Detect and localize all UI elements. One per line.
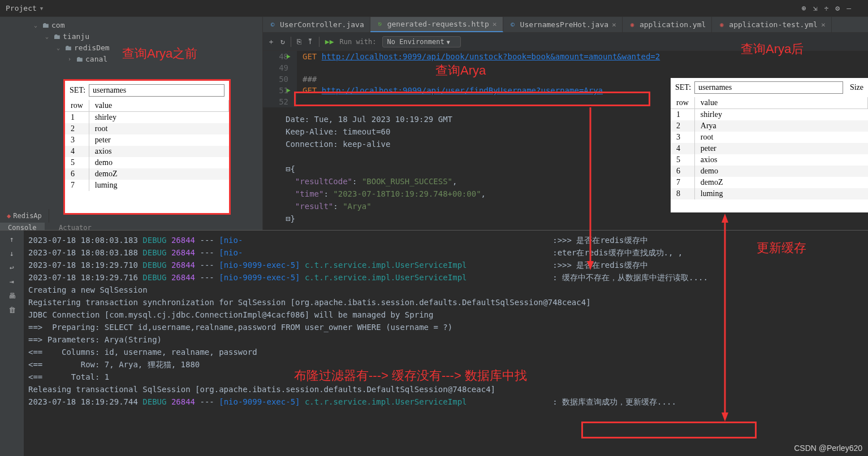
trash-icon[interactable]: 🗑 <box>8 306 16 314</box>
redis-panel-after: SET: Size rowvalue 1shirley2Arya3root4pe… <box>671 78 868 212</box>
run-line-icon[interactable]: ▶ <box>287 85 291 96</box>
redis-table-before: rowvalue 1shirley2root3peter4axios5demo6… <box>65 100 229 191</box>
console-line: Registering transaction synchronization … <box>28 296 863 309</box>
redis-icon: ◆ <box>7 212 11 220</box>
folder-icon: 🖿 <box>42 21 49 29</box>
code-line[interactable] <box>303 96 660 107</box>
table-row[interactable]: 3peter <box>65 134 229 146</box>
yml-icon: ◉ <box>718 21 726 29</box>
gear-icon[interactable]: ⚙ <box>835 4 840 12</box>
set-key-input[interactable] <box>694 81 843 94</box>
folder-icon: 🖿 <box>53 32 61 41</box>
export-icon[interactable]: ⤒ <box>307 37 313 46</box>
console-line: 2023-07-18 18:19:29.716 DEBUG 26844 --- … <box>28 271 863 284</box>
table-row[interactable]: 5demo <box>65 157 229 168</box>
tab-generated-requests[interactable]: ⎋generated-requests.http× <box>370 17 503 32</box>
tab-application-test-yml[interactable]: ◉application-test.yml× <box>712 17 831 32</box>
table-row[interactable]: 6demo <box>671 166 868 177</box>
table-row[interactable]: 2root <box>65 123 229 134</box>
console-line: JDBC Connection [com.mysql.cj.jdbc.Conne… <box>28 309 863 321</box>
close-icon[interactable]: × <box>612 20 616 29</box>
table-row[interactable]: 3root <box>671 132 868 143</box>
history-icon[interactable]: ↻ <box>280 37 285 46</box>
console-line: <== Columns: id, username, realname, pas… <box>28 346 863 358</box>
table-row[interactable]: 6demoZ <box>65 168 229 180</box>
table-row[interactable]: 4axios <box>65 146 229 157</box>
table-row[interactable]: 2Arya <box>671 120 868 132</box>
console-panel: ↑ ↓ ↩ ⇥ 🖶 🗑 2023-07-18 18:08:03.183 DEBU… <box>0 230 868 456</box>
annotation-update: 更新缓存 <box>757 240 806 257</box>
console-line: 2023-07-18 18:19:29.744 DEBUG 26844 --- … <box>28 396 863 408</box>
import-icon[interactable]: ⎘ <box>297 37 301 46</box>
table-row[interactable]: 5axios <box>671 154 868 166</box>
print-icon[interactable]: 🖶 <box>8 292 16 300</box>
chevron-down-icon[interactable]: ▼ <box>40 6 43 11</box>
set-key-input[interactable] <box>89 84 224 97</box>
size-label: Size <box>850 83 863 92</box>
table-row[interactable]: 8luming <box>671 188 868 199</box>
table-row[interactable]: 4peter <box>671 143 868 154</box>
code-line[interactable]: GET http://localhost:9099/api/book/unsto… <box>303 51 660 62</box>
http-icon: ⎋ <box>376 20 384 28</box>
project-label[interactable]: Project <box>6 4 37 12</box>
chevron-down-icon: ▼ <box>447 39 450 45</box>
scroll-up-icon[interactable]: ↑ <box>10 235 14 244</box>
console-line: ==> Preparing: SELECT id,username,realna… <box>28 321 863 333</box>
close-icon[interactable]: × <box>493 20 497 28</box>
json-close: ⊟} <box>286 212 857 225</box>
code-line[interactable]: GET http://localhost:9099/api/user/findB… <box>303 85 660 96</box>
watermark: CSDN @Perley620 <box>794 444 862 453</box>
redis-panel-before: SET: rowvalue 1shirley2root3peter4axios5… <box>63 79 231 215</box>
annotation-query: 查询Arya <box>435 62 486 79</box>
tab-usercontroller[interactable]: ©UserController.java <box>263 17 370 32</box>
top-bar: Project ▼ ⊕ ⇲ ÷ ⚙ — <box>0 0 868 17</box>
table-row[interactable]: 7demoZ <box>671 177 868 188</box>
java-icon: © <box>509 21 517 29</box>
close-icon[interactable]: × <box>821 20 826 29</box>
set-label: SET: <box>70 86 85 95</box>
folder-icon: 🖿 <box>76 55 83 63</box>
run-with-label: Run with: <box>339 38 376 46</box>
scroll-end-icon[interactable]: ⇥ <box>10 277 14 286</box>
target-icon[interactable]: ⊕ <box>802 4 806 12</box>
env-select[interactable]: No Environment▼ <box>382 36 461 47</box>
tree-node-com[interactable]: ⌄🖿com <box>0 19 262 31</box>
run-line-icon[interactable]: ▶ <box>287 51 291 62</box>
hide-icon[interactable]: — <box>847 4 851 12</box>
java-icon: © <box>269 21 277 29</box>
editor-tabs: ©UserController.java ⎋generated-requests… <box>263 17 868 33</box>
scroll-down-icon[interactable]: ↓ <box>10 249 14 258</box>
tab-application-yml[interactable]: ◉application.yml <box>623 17 712 32</box>
soft-wrap-icon[interactable]: ↩ <box>10 263 14 272</box>
tree-node-tianju[interactable]: ⌄🖿tianju <box>0 31 262 42</box>
add-icon[interactable]: ＋ <box>267 37 275 47</box>
set-label: SET: <box>675 83 691 92</box>
redis-table-after: rowvalue 1shirley2Arya3root4peter5axios6… <box>671 97 868 199</box>
tool-tab-redis[interactable]: ◆RedisAp <box>0 209 49 223</box>
console-line: 2023-07-18 18:08:03.188 DEBUG 26844 --- … <box>28 246 863 259</box>
console-line: ==> Parameters: Arya(String) <box>28 333 863 346</box>
annotation-after: 查询Arya后 <box>741 41 804 58</box>
table-row[interactable]: 7luming <box>65 180 229 191</box>
console-line: Releasing transactional SqlSession [org.… <box>28 383 863 396</box>
run-all-icon[interactable]: ▶▶ <box>325 37 334 46</box>
tab-usernamesprehot[interactable]: ©UsernamesPreHot.java× <box>503 17 623 32</box>
table-row[interactable]: 1shirley <box>671 109 868 121</box>
annotation-before: 查询Arya之前 <box>122 45 197 62</box>
console-line: 2023-07-18 18:08:03.183 DEBUG 26844 --- … <box>28 234 863 246</box>
expand-icon[interactable]: ⇲ <box>813 4 818 12</box>
console-line: 2023-07-18 18:19:29.710 DEBUG 26844 --- … <box>28 259 863 271</box>
collapse-icon[interactable]: ÷ <box>824 4 829 12</box>
yml-icon: ◉ <box>628 21 636 29</box>
annotation-flow: 布隆过滤器有---> 缓存没有---> 数据库中找 <box>294 367 527 384</box>
console-line: Creating a new SqlSession <box>28 284 863 296</box>
table-row[interactable]: 1shirley <box>65 112 229 124</box>
folder-icon: 🖿 <box>64 44 72 52</box>
